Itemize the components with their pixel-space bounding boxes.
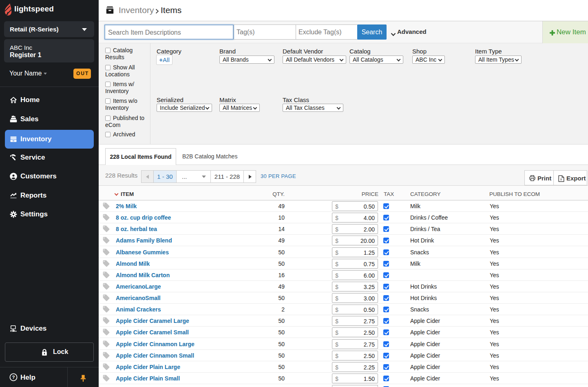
svg-text:?: ? [12,375,15,380]
svg-text:x: x [560,177,562,181]
